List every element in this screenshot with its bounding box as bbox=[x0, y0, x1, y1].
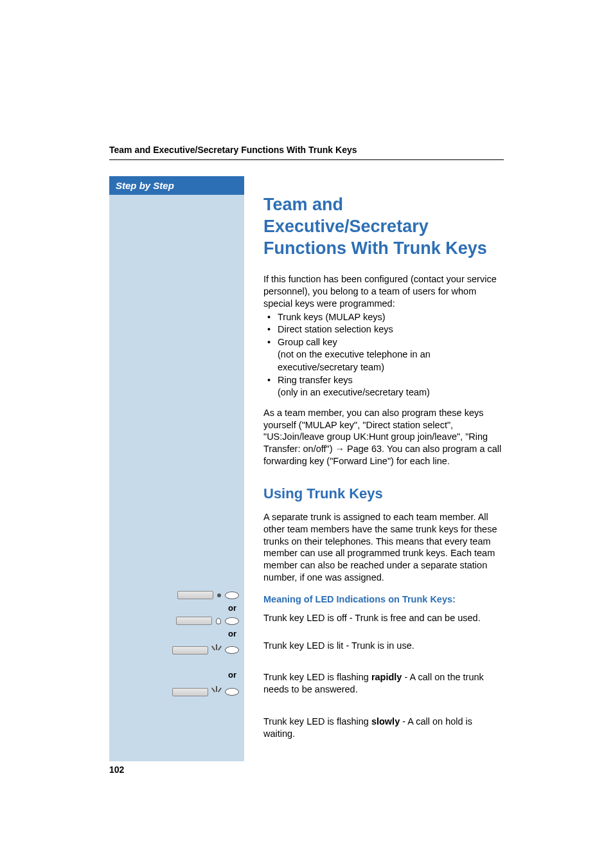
led-indications-heading: Meaning of LED Indications on Trunk Keys… bbox=[263, 594, 502, 604]
page-reference-link[interactable]: Page 63 bbox=[347, 444, 382, 454]
page-number: 102 bbox=[109, 764, 124, 775]
sidebar: Step by Step or or or bbox=[109, 176, 244, 761]
breadcrumb: Team and Executive/Secretary Functions W… bbox=[109, 145, 504, 155]
led-slow-description: Trunk key LED is flashing slowly - A cal… bbox=[263, 716, 502, 740]
list-item: Ring transfer keys (only in an executive… bbox=[263, 374, 502, 399]
trunk-key-led-flash-rapid-icon bbox=[172, 646, 239, 655]
page-title: Team and Executive/Secretary Functions W… bbox=[263, 194, 502, 259]
list-item-subtext: (not on the executive telephone in an ex… bbox=[278, 349, 431, 372]
led-off-description: Trunk key LED is off - Trunk is free and… bbox=[263, 612, 502, 624]
or-label: or bbox=[228, 629, 236, 638]
or-label: or bbox=[228, 670, 236, 680]
trunk-key-led-lit-icon bbox=[176, 617, 239, 625]
led-lit-description: Trunk key LED is lit - Trunk is in use. bbox=[263, 640, 502, 652]
text-segment: Trunk key LED is flashing bbox=[263, 716, 371, 727]
trunk-keys-paragraph: A separate trunk is assigned to each tea… bbox=[263, 511, 502, 584]
list-item-text: Group call key bbox=[278, 337, 337, 347]
emphasis: rapidly bbox=[371, 672, 402, 682]
arrow-icon: → bbox=[335, 444, 348, 454]
intro-paragraph: If this function has been configured (co… bbox=[263, 273, 502, 310]
trunk-key-led-off-icon bbox=[177, 591, 239, 599]
programming-paragraph: As a team member, you can also program t… bbox=[263, 407, 502, 467]
text-segment: Trunk key LED is flashing bbox=[263, 672, 371, 682]
main-content: Team and Executive/Secretary Functions W… bbox=[244, 176, 504, 761]
list-item: Direct station selection keys bbox=[263, 323, 502, 336]
list-item: Group call key (not on the executive tel… bbox=[263, 336, 502, 374]
feature-list: Trunk keys (MULAP keys) Direct station s… bbox=[263, 311, 502, 399]
list-item: Trunk keys (MULAP keys) bbox=[263, 311, 502, 324]
or-label: or bbox=[228, 603, 236, 613]
step-by-step-header: Step by Step bbox=[109, 176, 244, 195]
led-rapid-description: Trunk key LED is flashing rapidly - A ca… bbox=[263, 671, 502, 696]
header-rule bbox=[109, 159, 504, 160]
section-title-using-trunk-keys: Using Trunk Keys bbox=[263, 485, 502, 502]
emphasis: slowly bbox=[371, 716, 400, 727]
trunk-key-led-flash-slow-icon bbox=[172, 687, 239, 696]
list-item-subtext: (only in an executive/secretary team) bbox=[278, 387, 430, 397]
list-item-text: Ring transfer keys bbox=[278, 375, 353, 385]
